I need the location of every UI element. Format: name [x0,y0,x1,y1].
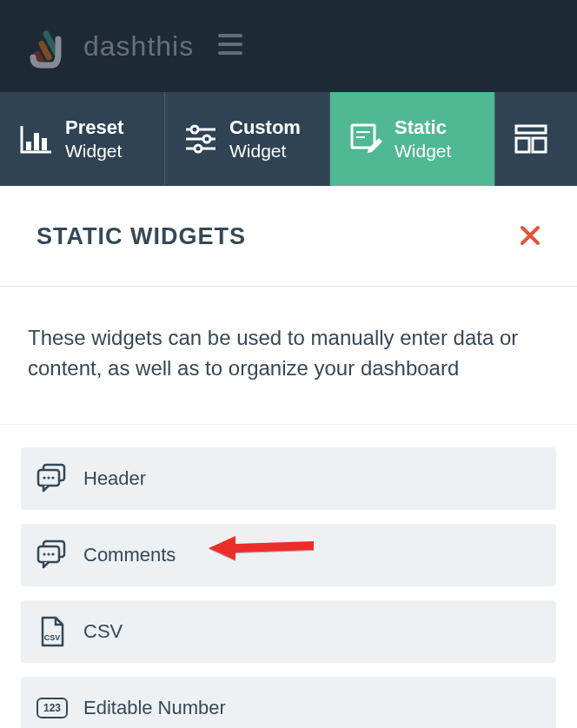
svg-rect-6 [26,142,31,150]
svg-point-12 [203,136,210,142]
widget-option-editable-number[interactable]: 123 Editable Number [21,677,556,728]
app-header: dashthis [0,0,577,92]
panel-description: These widgets can be used to manually en… [0,287,577,425]
svg-rect-8 [42,138,47,150]
tab-sub: Widget [229,140,301,162]
brand-logo[interactable]: dashthis [21,23,194,69]
svg-rect-3 [218,34,242,37]
widget-label: Editable Number [83,697,226,719]
tab-title: Custom [229,116,301,140]
svg-point-32 [51,553,54,555]
widget-option-header[interactable]: Header [21,447,556,510]
csv-file-icon: CSV [36,616,68,647]
svg-rect-4 [218,43,242,46]
tab-sub: Widget [65,140,123,162]
tab-sub: Widget [395,140,451,162]
svg-point-30 [43,553,45,555]
layout-icon [514,122,547,156]
svg-text:CSV: CSV [44,633,61,642]
svg-point-25 [43,476,45,479]
close-icon [520,221,541,252]
tab-static-widget[interactable]: Static Widget [330,92,495,186]
panel-title: STATIC WIDGETS [36,223,246,250]
close-button[interactable] [520,221,541,253]
svg-rect-5 [218,51,242,55]
menu-icon[interactable] [218,34,242,58]
tab-title: Static [395,116,451,140]
comment-icon [36,539,68,571]
comment-icon [36,463,68,494]
logo-icon [21,23,68,69]
svg-rect-7 [34,133,39,150]
widget-list: Header Comments CSV CSV 123 [0,425,577,728]
widget-option-comments[interactable]: Comments [21,524,556,586]
widget-label: CSV [83,620,123,643]
tab-preset-widget[interactable]: Preset Widget [0,92,165,186]
svg-point-31 [47,553,50,555]
tab-title: Preset [65,116,123,140]
brand-name: dashthis [83,30,194,63]
svg-point-14 [195,145,202,152]
tab-partial[interactable] [495,92,570,186]
widget-type-tabs: Preset Widget Custom Widget [0,92,577,186]
bar-chart-icon [20,122,53,156]
svg-rect-18 [516,126,546,133]
svg-point-26 [47,476,50,479]
tab-custom-widget[interactable]: Custom Widget [165,92,330,186]
edit-note-icon [349,122,382,156]
number-badge-icon: 123 [36,692,68,724]
widget-label: Comments [83,544,176,566]
panel-header: STATIC WIDGETS [0,186,577,287]
svg-rect-19 [516,138,529,152]
svg-point-10 [191,126,198,133]
svg-point-27 [51,476,54,479]
widget-option-csv[interactable]: CSV CSV [21,600,556,663]
svg-rect-20 [533,138,546,152]
sliders-icon [184,122,217,156]
widget-label: Header [83,467,146,490]
